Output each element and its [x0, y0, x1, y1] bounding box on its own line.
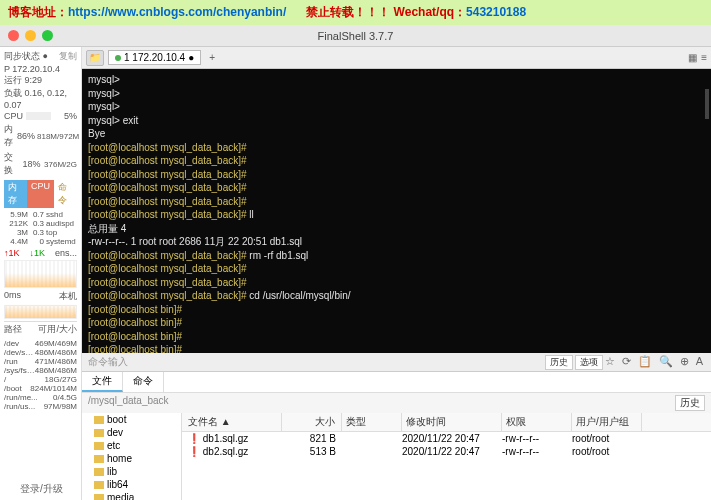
folder-icon [94, 416, 104, 424]
tab-files[interactable]: 文件 [82, 372, 123, 392]
disk-list: /dev469M/469M/dev/shm486M/486M/run471M/4… [4, 339, 77, 411]
host-ip: P 172.20.10.4 [4, 64, 77, 74]
minimize-icon[interactable] [25, 30, 36, 41]
folder-icon [94, 442, 104, 450]
folder-icon [94, 494, 104, 501]
tree-node[interactable]: lib64 [82, 478, 181, 491]
col-mtime[interactable]: 修改时间 [402, 413, 502, 431]
swap-gauge: 交换18%376M/2G [4, 150, 77, 178]
uptime: 运行 9:29 [4, 74, 77, 87]
tree-node[interactable]: etc [82, 439, 181, 452]
maximize-icon[interactable] [42, 30, 53, 41]
command-input-bar: 命令输入 历史 选项 ☆ ⟳ 📋 🔍 ⊕ A [82, 353, 711, 371]
folder-open-icon[interactable]: 📁 [86, 50, 104, 66]
load-avg: 负载 0.16, 0.12, 0.07 [4, 87, 77, 110]
add-tab-button[interactable]: + [205, 52, 219, 63]
grid-icon[interactable]: ▦ [688, 52, 697, 63]
cpu-gauge: CPU5% [4, 110, 77, 122]
copy-button[interactable]: 复制 [59, 50, 77, 63]
close-icon[interactable] [8, 30, 19, 41]
mem-gauge: 内存86%818M/972M [4, 122, 77, 150]
path-history-button[interactable]: 历史 [675, 395, 705, 411]
net-stats: ↑1K↓1Kens... [4, 248, 77, 258]
process-list: 5.9M0.7sshd212K0.3audispd3M0.3top4.4M0sy… [4, 210, 77, 246]
terminal[interactable]: mysql>mysql>mysql>mysql> exitBye[root@lo… [82, 69, 711, 353]
col-size[interactable]: 大小 [282, 413, 342, 431]
tree-node[interactable]: boot [82, 413, 181, 426]
tab-commands[interactable]: 命令 [123, 372, 164, 392]
col-type[interactable]: 类型 [342, 413, 402, 431]
session-tabs: 📁 1 172.20.10.4● + ▦ ≡ [82, 47, 711, 69]
status-dot-icon [115, 55, 121, 61]
col-name[interactable]: 文件名 ▲ [182, 413, 282, 431]
menu-icon[interactable]: ≡ [701, 52, 707, 63]
login-upgrade-link[interactable]: 登录/升级 [20, 482, 63, 496]
folder-icon [94, 468, 104, 476]
ping-chart [4, 305, 77, 319]
history-button[interactable]: 历史 [545, 355, 573, 370]
file-manager-panel: 文件 命令 /mysql_data_back 历史 bootdevetchome… [82, 371, 711, 500]
session-tab[interactable]: 1 172.20.10.4● [108, 50, 201, 65]
window-titlebar: FinalShell 3.7.7 [0, 25, 711, 47]
folder-icon [94, 481, 104, 489]
window-title: FinalShell 3.7.7 [318, 30, 394, 42]
watermark-banner: 博客地址：https://www.cnblogs.com/chenyanbin/… [0, 0, 711, 25]
path-display[interactable]: /mysql_data_back [88, 395, 169, 411]
tree-node[interactable]: media [82, 491, 181, 500]
options-button[interactable]: 选项 [575, 355, 603, 370]
tree-node[interactable]: dev [82, 426, 181, 439]
toolbar-icons[interactable]: ☆ ⟳ 📋 🔍 ⊕ A [605, 355, 705, 370]
file-row[interactable]: ❗ db2.sql.gz513 B2020/11/22 20:47-rw-r--… [182, 445, 711, 458]
tree-node[interactable]: home [82, 452, 181, 465]
net-chart [4, 260, 77, 288]
command-input[interactable]: 命令输入 [88, 355, 128, 369]
proc-sort-tabs[interactable]: 内存CPU命令 [4, 180, 77, 208]
folder-tree[interactable]: bootdevetchomeliblib64mediamntmysql_data… [82, 413, 182, 500]
col-perm[interactable]: 权限 [502, 413, 572, 431]
sync-status: 同步状态 ● [4, 50, 48, 63]
folder-icon [94, 455, 104, 463]
system-monitor-sidebar: 同步状态 ●复制 P 172.20.10.4 运行 9:29 负载 0.16, … [0, 47, 82, 500]
scrollbar[interactable] [705, 89, 709, 119]
file-row[interactable]: ❗ db1.sql.gz821 B2020/11/22 20:47-rw-r--… [182, 432, 711, 445]
folder-icon [94, 429, 104, 437]
tree-node[interactable]: lib [82, 465, 181, 478]
file-list[interactable]: 文件名 ▲ 大小 类型 修改时间 权限 用户/用户组 ❗ db1.sql.gz8… [182, 413, 711, 500]
col-owner[interactable]: 用户/用户组 [572, 413, 642, 431]
